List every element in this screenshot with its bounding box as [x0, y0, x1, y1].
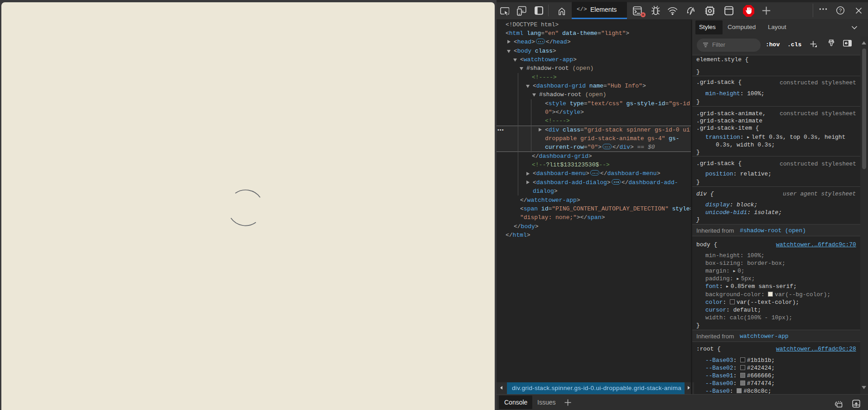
svg-text:?: ? — [839, 8, 842, 13]
